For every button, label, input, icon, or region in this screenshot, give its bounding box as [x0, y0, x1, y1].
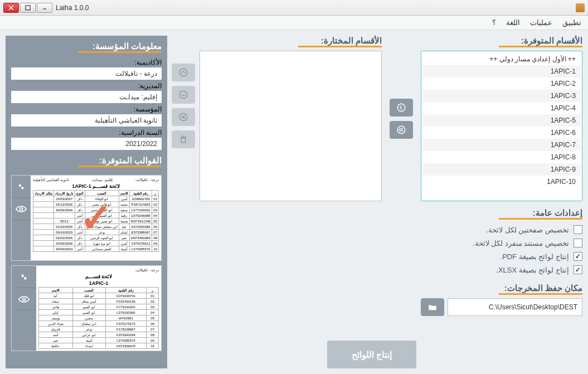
move-down-button[interactable] — [172, 86, 195, 104]
selected-sections-title: الأقسام المختارة: — [200, 36, 382, 47]
menu-lang[interactable]: اللغة — [506, 18, 520, 27]
svg-rect-11 — [181, 138, 186, 143]
option-xlsx[interactable]: إنتاج لوائح بصيغة XLSX. — [421, 263, 582, 276]
option-separate-doc[interactable]: تخصيص مستند منفرد لكل لائحة. — [421, 236, 582, 250]
list-item[interactable]: 1APIC-1 — [423, 65, 580, 77]
list-item[interactable]: 1APIC-10 — [423, 176, 580, 188]
close-button[interactable] — [3, 3, 19, 13]
svg-rect-2 — [26, 6, 30, 10]
svg-point-16 — [20, 207, 23, 210]
svg-point-6 — [179, 69, 187, 76]
checkbox[interactable] — [574, 239, 582, 247]
svg-point-15 — [21, 187, 24, 190]
svg-point-19 — [23, 298, 26, 300]
list-item[interactable]: 1APIC-3 — [423, 90, 580, 102]
minimize-button[interactable] — [37, 3, 52, 13]
checkbox[interactable] — [574, 252, 582, 261]
template-card-1[interactable]: درعة - تافيلالتإقليم: ميدلتثانوية العياش… — [11, 175, 162, 261]
svg-point-14 — [19, 184, 22, 187]
output-path-title: مكان حفظ المخرجات: — [421, 283, 582, 295]
menubar: تطبيق عمليات اللغة ؟ — [0, 16, 588, 30]
svg-point-7 — [179, 91, 187, 99]
directorate-value: إقليم: ميدلـت — [11, 91, 162, 103]
menu-app[interactable]: تطبيق — [562, 18, 581, 27]
list-item[interactable]: 1APIC-2 — [423, 77, 580, 90]
checkbox[interactable] — [574, 265, 582, 274]
window-title: Laiha 1.0.0 — [56, 4, 89, 12]
template-preview-button[interactable] — [12, 198, 31, 220]
general-settings-title: إعدادات عامة: — [421, 208, 582, 220]
svg-point-18 — [24, 277, 27, 280]
available-sections-title: الأقسام المتوفرة: — [421, 36, 582, 47]
menu-help[interactable]: ؟ — [492, 18, 496, 27]
remove-one-button[interactable] — [172, 108, 195, 126]
year-value: 2021/2022 — [11, 138, 162, 150]
school-label: المؤسسة: — [11, 105, 162, 113]
list-item[interactable]: 1APIC-6 — [423, 127, 580, 139]
svg-point-17 — [22, 274, 25, 277]
output-path-input[interactable] — [448, 298, 582, 316]
template-settings-button[interactable] — [12, 176, 31, 198]
option-pdf[interactable]: إنتاج لوائح بصيغة PDF. — [421, 250, 582, 263]
list-item[interactable]: 1APIC-4 — [423, 102, 580, 114]
template-card-2[interactable]: درعة - تافيلالت لائحة قســـم 1APIC-1 ررق… — [11, 265, 162, 351]
menu-ops[interactable]: عمليات — [530, 18, 552, 27]
svg-point-4 — [397, 104, 405, 111]
list-item[interactable]: 1APIC-9 — [423, 163, 580, 176]
transfer-buttons — [386, 36, 416, 201]
template-preview-table: ررقم التلميذالنسبالاسم 01G376430701ابو ف… — [38, 287, 159, 349]
school-value: ثانوية العياشي التأهيلية — [11, 114, 162, 127]
list-item[interactable]: 1APIC-7 — [423, 139, 580, 151]
clear-all-button[interactable] — [172, 130, 195, 148]
academy-value: درعة - تافيلالت — [11, 67, 162, 80]
checkbox[interactable] — [574, 225, 582, 234]
add-one-button[interactable] — [390, 99, 413, 116]
selected-check-icon: ✓ — [80, 195, 113, 241]
app-icon — [576, 3, 585, 12]
year-label: السنة الدراسية: — [11, 129, 162, 137]
templates-title: القوالب المتوفرة: — [11, 156, 162, 167]
template-preview-button[interactable] — [12, 288, 36, 310]
option-two-pages[interactable]: تخصيص صفحتين لكل لائحة. — [421, 223, 582, 236]
list-item[interactable]: 1APIC-5 — [423, 114, 580, 127]
available-list[interactable]: ++ الأول إعدادي مسار دولي ++ 1APIC-1 1AP… — [421, 51, 582, 201]
directorate-label: المديرية: — [11, 82, 162, 90]
browse-button[interactable] — [421, 298, 444, 316]
institution-info-title: معلومات المؤسسة: — [11, 41, 162, 53]
list-item[interactable]: 1APIC-8 — [423, 151, 580, 163]
academy-label: الأكاديمية: — [11, 59, 162, 66]
list-item[interactable]: ++ الأول إعدادي مسار دولي ++ — [423, 53, 580, 65]
titlebar: Laiha 1.0.0 — [0, 0, 588, 16]
selected-list[interactable] — [200, 51, 382, 201]
generate-button[interactable]: إنتاج اللوائح — [327, 341, 416, 368]
add-all-button[interactable] — [390, 121, 413, 139]
template-settings-button[interactable] — [12, 266, 36, 288]
maximize-button[interactable] — [20, 3, 36, 13]
move-up-button[interactable] — [172, 64, 195, 81]
